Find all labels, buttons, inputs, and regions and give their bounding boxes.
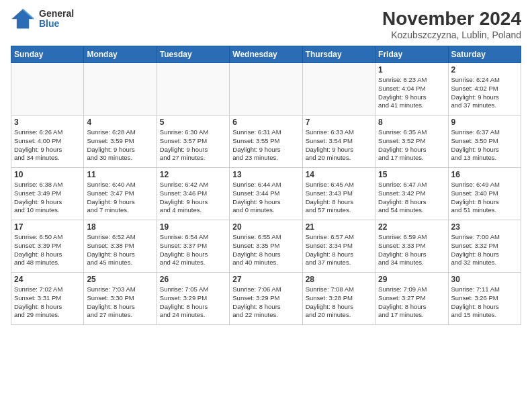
- calendar-cell: 9Sunrise: 6:37 AM Sunset: 3:50 PM Daylig…: [448, 116, 521, 168]
- day-number: 8: [378, 118, 445, 127]
- day-number: 7: [306, 118, 372, 127]
- col-friday: Friday: [375, 46, 448, 63]
- col-wednesday: Wednesday: [230, 46, 302, 63]
- day-number: 12: [160, 170, 226, 179]
- col-sunday: Sunday: [11, 46, 84, 63]
- calendar-cell: 5Sunrise: 6:30 AM Sunset: 3:57 PM Daylig…: [157, 116, 229, 168]
- calendar-cell: 26Sunrise: 7:05 AM Sunset: 3:29 PM Dayli…: [157, 273, 229, 325]
- main-title: November 2024: [382, 8, 521, 30]
- day-info: Sunrise: 6:55 AM Sunset: 3:35 PM Dayligh…: [232, 233, 299, 267]
- day-info: Sunrise: 6:44 AM Sunset: 3:44 PM Dayligh…: [232, 181, 299, 215]
- day-number: 14: [306, 170, 372, 179]
- day-info: Sunrise: 7:09 AM Sunset: 3:27 PM Dayligh…: [378, 285, 445, 320]
- day-info: Sunrise: 6:42 AM Sunset: 3:46 PM Dayligh…: [160, 181, 226, 215]
- day-info: Sunrise: 7:02 AM Sunset: 3:31 PM Dayligh…: [14, 285, 81, 320]
- day-info: Sunrise: 6:37 AM Sunset: 3:50 PM Dayligh…: [451, 128, 518, 163]
- day-number: 24: [14, 275, 81, 284]
- day-info: Sunrise: 6:47 AM Sunset: 3:42 PM Dayligh…: [378, 181, 445, 215]
- calendar-cell: 23Sunrise: 7:00 AM Sunset: 3:32 PM Dayli…: [448, 220, 521, 273]
- day-info: Sunrise: 6:40 AM Sunset: 3:47 PM Dayligh…: [87, 181, 153, 215]
- calendar-cell: 10Sunrise: 6:38 AM Sunset: 3:49 PM Dayli…: [11, 168, 84, 220]
- day-number: 20: [232, 222, 299, 232]
- day-info: Sunrise: 7:00 AM Sunset: 3:32 PM Dayligh…: [451, 233, 518, 267]
- day-info: Sunrise: 6:52 AM Sunset: 3:38 PM Dayligh…: [87, 233, 153, 267]
- calendar-cell: 28Sunrise: 7:08 AM Sunset: 3:28 PM Dayli…: [302, 273, 375, 325]
- day-info: Sunrise: 6:33 AM Sunset: 3:54 PM Dayligh…: [306, 128, 372, 163]
- day-info: Sunrise: 6:24 AM Sunset: 4:02 PM Dayligh…: [451, 76, 518, 110]
- calendar-cell: 6Sunrise: 6:31 AM Sunset: 3:55 PM Daylig…: [230, 116, 302, 168]
- calendar-cell: 1Sunrise: 6:23 AM Sunset: 4:04 PM Daylig…: [375, 63, 448, 116]
- day-info: Sunrise: 6:59 AM Sunset: 3:33 PM Dayligh…: [378, 233, 445, 267]
- calendar-cell: 30Sunrise: 7:11 AM Sunset: 3:26 PM Dayli…: [448, 273, 521, 325]
- day-number: 17: [14, 222, 81, 232]
- week-row-0: 1Sunrise: 6:23 AM Sunset: 4:04 PM Daylig…: [11, 63, 521, 116]
- day-number: 16: [451, 170, 518, 179]
- calendar-cell: 8Sunrise: 6:35 AM Sunset: 3:52 PM Daylig…: [375, 116, 448, 168]
- calendar-header-row: Sunday Monday Tuesday Wednesday Thursday…: [11, 46, 521, 63]
- day-info: Sunrise: 6:49 AM Sunset: 3:40 PM Dayligh…: [451, 181, 518, 215]
- day-number: 30: [451, 275, 518, 284]
- week-row-4: 24Sunrise: 7:02 AM Sunset: 3:31 PM Dayli…: [11, 273, 521, 325]
- calendar-cell: 24Sunrise: 7:02 AM Sunset: 3:31 PM Dayli…: [11, 273, 84, 325]
- day-number: 6: [232, 118, 299, 127]
- calendar-cell: 4Sunrise: 6:28 AM Sunset: 3:59 PM Daylig…: [84, 116, 157, 168]
- day-info: Sunrise: 7:06 AM Sunset: 3:29 PM Dayligh…: [232, 285, 299, 320]
- day-number: 27: [232, 275, 299, 284]
- day-number: 4: [87, 118, 153, 127]
- calendar-cell: 17Sunrise: 6:50 AM Sunset: 3:39 PM Dayli…: [11, 220, 84, 273]
- calendar-cell: 25Sunrise: 7:03 AM Sunset: 3:30 PM Dayli…: [84, 273, 157, 325]
- day-number: 23: [451, 222, 518, 232]
- day-info: Sunrise: 6:45 AM Sunset: 3:43 PM Dayligh…: [306, 181, 372, 215]
- day-info: Sunrise: 7:03 AM Sunset: 3:30 PM Dayligh…: [87, 285, 153, 320]
- day-info: Sunrise: 6:23 AM Sunset: 4:04 PM Dayligh…: [378, 76, 445, 110]
- calendar-cell: 7Sunrise: 6:33 AM Sunset: 3:54 PM Daylig…: [302, 116, 375, 168]
- logo-icon: [11, 8, 35, 30]
- calendar-cell: 18Sunrise: 6:52 AM Sunset: 3:38 PM Dayli…: [84, 220, 157, 273]
- week-row-1: 3Sunrise: 6:26 AM Sunset: 4:00 PM Daylig…: [11, 116, 521, 168]
- day-number: 22: [378, 222, 445, 232]
- day-info: Sunrise: 6:28 AM Sunset: 3:59 PM Dayligh…: [87, 128, 153, 163]
- calendar-cell: 27Sunrise: 7:06 AM Sunset: 3:29 PM Dayli…: [230, 273, 302, 325]
- day-number: 13: [232, 170, 299, 179]
- day-number: 21: [306, 222, 372, 232]
- day-info: Sunrise: 7:11 AM Sunset: 3:26 PM Dayligh…: [451, 285, 518, 320]
- col-tuesday: Tuesday: [157, 46, 229, 63]
- day-number: 10: [14, 170, 81, 179]
- col-saturday: Saturday: [448, 46, 521, 63]
- week-row-2: 10Sunrise: 6:38 AM Sunset: 3:49 PM Dayli…: [11, 168, 521, 220]
- day-number: 9: [451, 118, 518, 127]
- calendar-cell: 21Sunrise: 6:57 AM Sunset: 3:34 PM Dayli…: [302, 220, 375, 273]
- day-number: 2: [451, 65, 518, 75]
- logo-text: General Blue: [39, 9, 74, 30]
- day-number: 26: [160, 275, 226, 284]
- calendar-cell: 11Sunrise: 6:40 AM Sunset: 3:47 PM Dayli…: [84, 168, 157, 220]
- day-info: Sunrise: 6:35 AM Sunset: 3:52 PM Dayligh…: [378, 128, 445, 163]
- day-info: Sunrise: 6:31 AM Sunset: 3:55 PM Dayligh…: [232, 128, 299, 163]
- day-info: Sunrise: 6:26 AM Sunset: 4:00 PM Dayligh…: [14, 128, 81, 163]
- col-monday: Monday: [84, 46, 157, 63]
- subtitle: Kozubszczyzna, Lublin, Poland: [382, 30, 521, 40]
- day-info: Sunrise: 6:30 AM Sunset: 3:57 PM Dayligh…: [160, 128, 226, 163]
- header: General Blue November 2024 Kozubszczyzna…: [11, 8, 521, 40]
- calendar-cell: [157, 63, 229, 116]
- day-info: Sunrise: 6:50 AM Sunset: 3:39 PM Dayligh…: [14, 233, 81, 267]
- calendar-cell: 3Sunrise: 6:26 AM Sunset: 4:00 PM Daylig…: [11, 116, 84, 168]
- day-info: Sunrise: 6:54 AM Sunset: 3:37 PM Dayligh…: [160, 233, 226, 267]
- day-number: 29: [378, 275, 445, 284]
- day-info: Sunrise: 7:08 AM Sunset: 3:28 PM Dayligh…: [306, 285, 372, 320]
- day-number: 1: [378, 65, 445, 75]
- calendar-cell: [84, 63, 157, 116]
- day-info: Sunrise: 7:05 AM Sunset: 3:29 PM Dayligh…: [160, 285, 226, 320]
- logo-blue-text: Blue: [39, 19, 74, 29]
- logo-general-text: General: [39, 9, 74, 19]
- calendar-cell: 12Sunrise: 6:42 AM Sunset: 3:46 PM Dayli…: [157, 168, 229, 220]
- calendar-cell: [11, 63, 84, 116]
- calendar-cell: 20Sunrise: 6:55 AM Sunset: 3:35 PM Dayli…: [230, 220, 302, 273]
- calendar-cell: 22Sunrise: 6:59 AM Sunset: 3:33 PM Dayli…: [375, 220, 448, 273]
- day-number: 18: [87, 222, 153, 232]
- logo: General Blue: [11, 8, 74, 30]
- calendar-cell: 16Sunrise: 6:49 AM Sunset: 3:40 PM Dayli…: [448, 168, 521, 220]
- day-info: Sunrise: 6:57 AM Sunset: 3:34 PM Dayligh…: [306, 233, 372, 267]
- day-number: 3: [14, 118, 81, 127]
- day-number: 28: [306, 275, 372, 284]
